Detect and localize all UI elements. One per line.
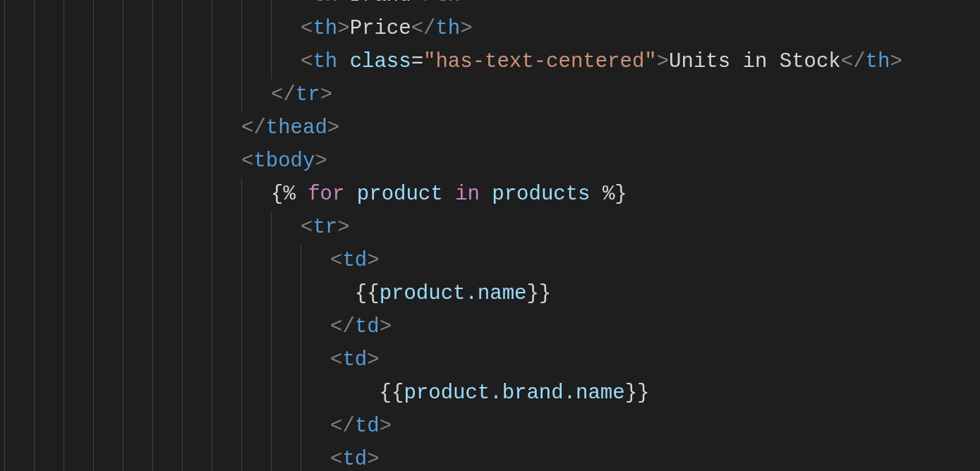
code-content: {{product.name}}: [330, 278, 551, 311]
code-line[interactable]: <tr>: [0, 212, 980, 245]
token-jinja-delim: {%: [271, 183, 308, 206]
token-bracket: <: [330, 348, 342, 372]
token-bracket: >: [367, 249, 379, 272]
code-line[interactable]: </td>: [0, 311, 980, 344]
token-bracket: </: [841, 50, 866, 73]
token-bracket: >: [337, 17, 349, 40]
token-delim: }}: [625, 381, 650, 405]
indent-guides: [4, 178, 271, 212]
token-tag: tr: [296, 83, 320, 106]
token-bracket: <: [301, 0, 313, 7]
indent-guides: [4, 278, 330, 311]
token-tag: td: [342, 348, 367, 372]
token-variable: product.name: [380, 282, 527, 305]
token-text: [480, 183, 492, 206]
code-content: <th class="has-text-centered">Units in S…: [301, 46, 902, 79]
token-tag: th: [313, 0, 337, 7]
token-keyword: in: [455, 183, 480, 206]
token-bracket: >: [337, 0, 349, 7]
indent-guides: [4, 212, 301, 245]
token-bracket: >: [327, 116, 339, 140]
token-bracket: >: [367, 448, 379, 471]
token-tag: td: [355, 415, 380, 438]
token-bracket: >: [337, 216, 349, 239]
indent-guides: [4, 46, 301, 79]
token-delim: {{: [330, 282, 380, 305]
code-line[interactable]: <td>: [0, 444, 980, 471]
code-line[interactable]: <th>Price</th>: [0, 13, 980, 46]
code-line[interactable]: <td>: [0, 344, 980, 377]
token-bracket: >: [380, 315, 392, 338]
token-bracket: <: [241, 149, 253, 173]
token-tag: th: [313, 50, 337, 73]
code-content: </td>: [330, 410, 392, 444]
token-text: [443, 183, 455, 206]
token-delim: }}: [526, 282, 551, 305]
code-line[interactable]: <th>Brand</th>: [0, 0, 980, 13]
token-tag: tbody: [253, 149, 315, 173]
indent-guides: [4, 112, 241, 145]
token-bracket: </: [330, 315, 355, 338]
code-line[interactable]: </thead>: [0, 112, 980, 145]
token-tag: th: [313, 17, 337, 40]
token-attr-value: "has-text-centered": [423, 50, 657, 73]
token-bracket: >: [890, 50, 902, 73]
token-bracket: </: [271, 83, 296, 106]
token-tag: td: [355, 315, 380, 338]
token-attr-name: class: [350, 50, 411, 73]
token-bracket: >: [460, 0, 472, 7]
token-variable: products: [492, 183, 590, 206]
token-tag: thead: [266, 116, 327, 140]
token-tag: th: [866, 50, 890, 73]
code-line[interactable]: {{product.name}}: [0, 278, 980, 311]
indent-guides: [4, 0, 301, 13]
indent-guides: [4, 410, 330, 444]
code-line[interactable]: <th class="has-text-centered">Units in S…: [0, 46, 980, 79]
token-bracket: >: [380, 415, 392, 438]
code-line[interactable]: {% for product in products %}: [0, 178, 980, 212]
code-line[interactable]: <td>: [0, 245, 980, 278]
code-line[interactable]: {{product.brand.name}}: [0, 377, 980, 410]
token-bracket: <: [330, 249, 342, 272]
indent-guides: [4, 79, 271, 112]
token-tag: th: [435, 0, 460, 7]
token-bracket: >: [320, 83, 332, 106]
code-line[interactable]: </tr>: [0, 79, 980, 112]
token-bracket: >: [367, 348, 379, 372]
token-bracket: </: [330, 415, 355, 438]
indent-guides: [4, 245, 330, 278]
token-text: =: [411, 50, 423, 73]
token-variable: product.brand.name: [404, 381, 624, 405]
code-content: <td>: [330, 245, 380, 278]
token-bracket: >: [315, 149, 327, 173]
code-content: {% for product in products %}: [271, 178, 627, 212]
token-tag: tr: [313, 216, 337, 239]
token-text: [344, 183, 356, 206]
code-editor[interactable]: <th>Brand</th><th>Price</th><th class="h…: [0, 0, 980, 471]
code-content: <tbody>: [241, 145, 327, 178]
token-tag: td: [342, 249, 367, 272]
indent-guides: [4, 377, 330, 410]
token-bracket: >: [460, 17, 472, 40]
token-keyword: for: [308, 183, 344, 206]
code-content: </td>: [330, 311, 392, 344]
token-bracket: </: [411, 0, 436, 7]
indent-guides: [4, 145, 241, 178]
token-delim: {{: [330, 381, 404, 405]
token-variable: product: [357, 183, 443, 206]
token-bracket: </: [241, 116, 266, 140]
token-text: Units in Stock: [669, 50, 841, 73]
code-content: <tr>: [301, 212, 350, 245]
token-tag: td: [342, 448, 367, 471]
code-content: </thead>: [241, 112, 339, 145]
token-bracket: <: [330, 448, 342, 471]
code-content: <td>: [330, 344, 380, 377]
code-line[interactable]: <tbody>: [0, 145, 980, 178]
token-jinja-delim: %}: [591, 183, 627, 206]
token-text: Brand: [350, 0, 411, 7]
indent-guides: [4, 444, 330, 471]
token-text: Price: [350, 17, 411, 40]
indent-guides: [4, 311, 330, 344]
token-bracket: <: [301, 216, 313, 239]
code-line[interactable]: </td>: [0, 410, 980, 444]
